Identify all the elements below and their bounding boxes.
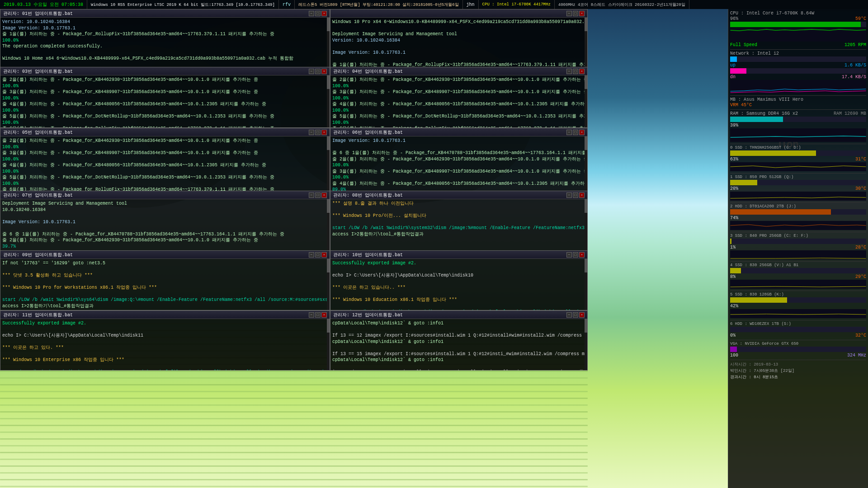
terminal-scrollbar-0[interactable]: [327, 18, 330, 67]
terminal-titlebar-7[interactable]: 관리자: 08번 업데이트통합.bat−□×: [330, 191, 587, 199]
svg-rect-16: [0, 398, 588, 399]
terminal-scrollbar-4[interactable]: [327, 136, 330, 191]
maximize-btn-4[interactable]: □: [315, 130, 321, 135]
terminal-window-11[interactable]: 관리자: 12번 업데이트통합.bat−□×cpData\Local\Temp\…: [330, 310, 588, 371]
terminal-scrollbar-5[interactable]: [585, 136, 587, 191]
minimize-btn-7[interactable]: −: [566, 192, 572, 198]
terminal-line: 100.0%: [2, 83, 328, 89]
terminal-window-1[interactable]: −□×Windows 10 Pro x64 6~Windows10.0-KB44…: [330, 9, 588, 68]
minimize-btn-11[interactable]: −: [566, 312, 572, 318]
terminal-window-5[interactable]: 관리자: 06번 업데이트통합.bat−□×Image Version: 10.…: [330, 128, 588, 191]
minimize-btn-6[interactable]: −: [309, 192, 314, 198]
svg-rect-29: [0, 486, 588, 487]
terminal-titlebar-4[interactable]: 관리자: 05번 업데이트통합.bat−□×: [0, 128, 330, 136]
close-btn-5[interactable]: ×: [579, 130, 585, 135]
minimize-btn-4[interactable]: −: [309, 130, 314, 135]
terminal-window-7[interactable]: 관리자: 08번 업데이트통합.bat−□×*** 설명 8.줄 결과 하나 이…: [330, 191, 588, 251]
terminal-titlebar-8[interactable]: 관리자: 09번 업데이트통합.bat−□×: [0, 251, 330, 259]
hdd2-label: 2 HDD : DT01ACA200 2TB (J:): [730, 204, 796, 209]
terminal-scrollbar-9[interactable]: [585, 259, 587, 310]
terminal-titlebar-10[interactable]: 관리자: 11번 업데이트통합.bat−□×: [0, 311, 330, 319]
terminal-scrollbar-8[interactable]: [327, 259, 330, 310]
terminal-scrollbar-10[interactable]: [327, 319, 330, 370]
svg-rect-19: [0, 418, 588, 419]
maximize-btn-5[interactable]: □: [573, 130, 578, 135]
close-btn-9[interactable]: ×: [579, 252, 585, 258]
terminal-line: *** 닷넷 3.5 활성화 하고 있습니다 ***: [2, 272, 328, 279]
close-btn-7[interactable]: ×: [579, 192, 585, 198]
cpu-temp: 59°C: [855, 16, 866, 21]
minimize-btn-1[interactable]: −: [566, 11, 572, 16]
maximize-btn-10[interactable]: □: [315, 312, 321, 318]
terminal-title-3: 관리자: 04번 업데이트통합.bat: [333, 68, 566, 75]
close-btn-2[interactable]: ×: [321, 69, 327, 74]
terminal-window-10[interactable]: 관리자: 11번 업데이트통합.bat−□×Successfully expor…: [0, 310, 330, 371]
maximize-btn-2[interactable]: □: [315, 69, 321, 74]
close-btn-1[interactable]: ×: [579, 11, 585, 16]
terminal-titlebar-6[interactable]: 관리자: 07번 업데이트통합.bat−□×: [0, 191, 330, 199]
svg-rect-26: [0, 465, 588, 467]
terminal-scrollbar-2[interactable]: [327, 75, 330, 127]
ssd1-usage: 20%: [730, 186, 738, 191]
svg-rect-18: [0, 411, 588, 413]
terminal-scrollbar-6[interactable]: [327, 199, 330, 250]
svg-rect-12: [0, 371, 588, 372]
sysmon-panel: CPU : Intel Core i7-6700K 8.64W 96% 59°C…: [728, 9, 868, 488]
minimize-btn-10[interactable]: −: [309, 312, 314, 318]
terminal-line: 줄 3을(를) 처리하는 중 - Package_for_KB4489907~3…: [2, 150, 328, 156]
ssd5-section: 5 SSD : 830 128GB (K:) 42%: [730, 291, 866, 318]
terminal-line: If not '17763' == '16299' goto :net3.5: [2, 260, 328, 267]
close-btn-8[interactable]: ×: [321, 252, 327, 258]
ssd4-section: 4 SSD : 830 256GB (V:) A1 B1 8% 29°C: [730, 261, 866, 289]
terminal-scrollbar-7[interactable]: [585, 199, 587, 250]
terminal-titlebar-0[interactable]: 관리자: 01번 업데이트통합.bat−□×: [0, 9, 330, 18]
maximize-btn-1[interactable]: □: [573, 11, 578, 16]
minimize-btn-3[interactable]: −: [566, 69, 572, 74]
minimize-btn-2[interactable]: −: [309, 69, 314, 74]
terminal-line: *** 이곳은 하고 있습니다.. ***: [332, 285, 585, 291]
close-btn-11[interactable]: ×: [579, 312, 585, 318]
close-btn-6[interactable]: ×: [321, 192, 327, 198]
taskbar-datetime: 2019.03.13 수요일 오전 07:05:38: [0, 0, 87, 9]
close-btn-4[interactable]: ×: [321, 130, 327, 135]
terminal-window-3[interactable]: 관리자: 04번 업데이트통합.bat−□×줄 2을(를) 처리하는 중 - P…: [330, 67, 588, 128]
terminal-titlebar-9[interactable]: 관리자: 10번 업데이트통합.bat−□×: [330, 251, 587, 259]
maximize-btn-7[interactable]: □: [573, 192, 578, 198]
terminal-scrollbar-11[interactable]: [585, 319, 587, 370]
terminal-window-4[interactable]: 관리자: 05번 업데이트통합.bat−□×줄 2을(를) 처리하는 중 - P…: [0, 128, 330, 191]
terminal-window-0[interactable]: 관리자: 01번 업데이트통합.bat−□×Version: 10.0.1024…: [0, 9, 330, 68]
terminal-line: [2, 327, 328, 333]
terminal-line: [332, 144, 585, 150]
terminal-window-9[interactable]: 관리자: 10번 업데이트통합.bat−□×Successfully expor…: [330, 250, 588, 310]
minimize-btn-5[interactable]: −: [566, 130, 572, 135]
maximize-btn-0[interactable]: □: [315, 11, 321, 16]
mb-temp: VRM 45°C: [730, 103, 752, 108]
vga-mem: 324 MHz: [847, 353, 866, 358]
terminal-titlebar-1[interactable]: −□×: [330, 9, 587, 18]
minimize-btn-8[interactable]: −: [309, 252, 314, 258]
terminal-titlebar-5[interactable]: 관리자: 06번 업데이트통합.bat−□×: [330, 128, 587, 136]
maximize-btn-9[interactable]: □: [573, 252, 578, 258]
terminal-titlebar-3[interactable]: 관리자: 04번 업데이트통합.bat−□×: [330, 67, 587, 75]
maximize-btn-3[interactable]: □: [573, 69, 578, 74]
terminal-titlebar-2[interactable]: 관리자: 03번 업데이트통합.bat−□×: [0, 67, 330, 75]
terminal-window-8[interactable]: 관리자: 09번 업데이트통합.bat−□×If not '17763' == …: [0, 250, 330, 310]
minimize-btn-0[interactable]: −: [309, 11, 314, 16]
minimize-btn-9[interactable]: −: [566, 252, 572, 258]
ssd4-graph: [730, 280, 866, 289]
ssd3-section: 3 SSD : 840 PRO 256GB (C: E: F:) 1% 28°C: [730, 232, 866, 259]
terminal-window-6[interactable]: 관리자: 07번 업데이트통합.bat−□×Deployment Image S…: [0, 191, 330, 251]
maximize-btn-11[interactable]: □: [573, 312, 578, 318]
terminal-scrollbar-3[interactable]: [585, 75, 587, 127]
maximize-btn-6[interactable]: □: [315, 192, 321, 198]
maximize-btn-8[interactable]: □: [315, 252, 321, 258]
terminal-line: cpData\Local\Temp\indisk12` & goto :info…: [332, 320, 585, 327]
close-btn-3[interactable]: ×: [579, 69, 585, 74]
terminal-line: 100.0%: [2, 120, 328, 126]
close-btn-10[interactable]: ×: [321, 312, 327, 318]
terminal-titlebar-11[interactable]: 관리자: 12번 업데이트통합.bat−□×: [330, 311, 587, 319]
close-btn-0[interactable]: ×: [321, 11, 327, 16]
time-section: 시작시간 : 2019-03-13 박인시간 : 7시05분38초 [22일] …: [730, 360, 866, 380]
terminal-window-2[interactable]: 관리자: 03번 업데이트통합.bat−□×줄 2을(를) 처리하는 중 - P…: [0, 67, 330, 128]
terminal-scrollbar-1[interactable]: [585, 18, 587, 67]
